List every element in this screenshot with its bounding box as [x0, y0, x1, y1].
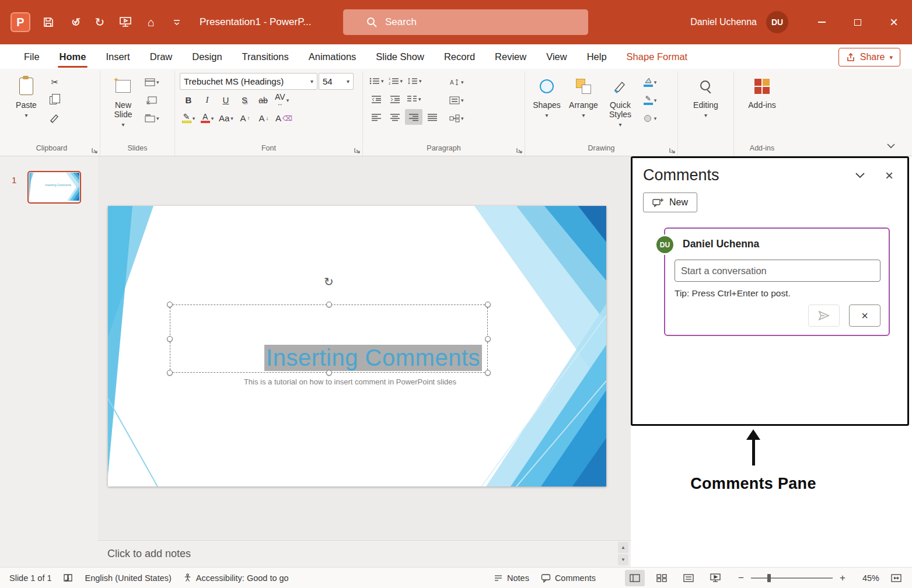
character-spacing-button[interactable]: AV↔ ▾ [273, 92, 291, 108]
resize-handle-n[interactable] [326, 302, 332, 307]
rotation-handle[interactable]: ↻ [324, 275, 334, 289]
share-dropdown-icon[interactable]: ▾ [889, 54, 893, 61]
shape-fill-button[interactable]: ▾ [641, 74, 659, 90]
powerpoint-logo-icon[interactable]: P [11, 12, 30, 32]
quick-styles-button[interactable]: Quick Styles ▾ [603, 73, 637, 134]
increase-indent-button[interactable] [386, 91, 404, 107]
tab-shape-format[interactable]: Shape Format [617, 44, 698, 69]
char-spacing-dropdown-icon[interactable]: ▾ [286, 97, 289, 103]
strikethrough-button[interactable]: ab [254, 92, 272, 108]
tab-review[interactable]: Review [485, 44, 536, 69]
arrange-button[interactable]: Arrange ▾ [565, 73, 602, 134]
home-button[interactable]: ⌂ [144, 15, 159, 30]
bullets-button[interactable]: ▾ [368, 73, 386, 89]
format-painter-button[interactable] [46, 110, 64, 126]
scroll-up-button[interactable]: ▲ [618, 542, 628, 553]
tab-draw[interactable]: Draw [140, 44, 183, 69]
tab-home[interactable]: Home [50, 44, 96, 69]
italic-button[interactable]: I [198, 92, 216, 108]
tab-record[interactable]: Record [434, 44, 485, 69]
paragraph-dialog-launcher[interactable] [516, 146, 523, 153]
slide-title-text[interactable]: Inserting Comments [264, 345, 482, 371]
zoom-out-button[interactable]: − [737, 572, 745, 584]
clear-formatting-button[interactable]: A⌫ [274, 110, 294, 126]
pane-collapse-chevron-icon[interactable] [855, 172, 865, 178]
decrease-font-button[interactable]: A↓ [255, 110, 272, 126]
minimize-button[interactable] [803, 0, 840, 44]
comments-toggle-button[interactable]: Comments [541, 573, 596, 583]
text-direction-button[interactable]: A ▾ [448, 74, 466, 90]
view-normal-button[interactable] [625, 570, 645, 586]
collapse-ribbon-button[interactable] [886, 141, 896, 151]
slide-thumbnail[interactable]: Inserting Comments [29, 173, 79, 202]
line-spacing-button[interactable]: ▾ [406, 73, 424, 89]
columns-dropdown-icon[interactable]: ▾ [418, 96, 421, 102]
text-shadow-button[interactable]: S [236, 92, 253, 108]
tab-transitions[interactable]: Transitions [232, 44, 299, 69]
language-button[interactable]: English (United States) [85, 573, 172, 583]
tab-help[interactable]: Help [577, 44, 617, 69]
slide-layout-button[interactable]: ▾ [143, 74, 161, 90]
align-left-button[interactable] [368, 109, 385, 125]
zoom-in-button[interactable]: + [838, 572, 847, 584]
align-text-dropdown-icon[interactable]: ▾ [461, 97, 464, 103]
font-color-dropdown-icon[interactable]: ▾ [211, 116, 214, 121]
reset-slide-button[interactable] [143, 92, 161, 108]
cut-button[interactable]: ✂ [46, 74, 64, 90]
clipboard-dialog-launcher[interactable] [91, 146, 98, 153]
notes-pane[interactable]: Click to add notes ▲ ▼ [98, 540, 631, 567]
slide[interactable]: ↻ Inserting Comments This is a tutorial … [108, 206, 606, 487]
view-slideshow-button[interactable] [705, 570, 725, 586]
slide-subtitle-text[interactable]: This is a tutorial on how to insert comm… [195, 377, 505, 386]
shapes-dropdown-icon[interactable]: ▾ [545, 111, 548, 120]
quick-access-customize-button[interactable] [169, 15, 184, 30]
save-button[interactable] [41, 15, 56, 30]
zoom-slider[interactable] [751, 573, 833, 583]
shape-fill-dropdown-icon[interactable]: ▾ [654, 79, 657, 85]
maximize-button[interactable] [840, 0, 876, 44]
resize-handle-e[interactable] [485, 336, 491, 342]
view-slide-sorter-button[interactable] [652, 570, 672, 586]
columns-button[interactable]: ▾ [405, 91, 423, 107]
accessibility-button[interactable]: Accessibility: Good to go [183, 573, 289, 583]
tab-slide-show[interactable]: Slide Show [366, 44, 434, 69]
redo-button[interactable]: ↻ [92, 15, 107, 30]
change-case-dropdown-icon[interactable]: ▾ [230, 116, 233, 121]
tab-file[interactable]: File [14, 44, 50, 69]
font-dialog-launcher[interactable] [354, 146, 361, 153]
shape-outline-button[interactable]: ✎ ▾ [641, 92, 659, 108]
align-center-button[interactable] [386, 109, 404, 125]
drawing-dialog-launcher[interactable] [669, 146, 676, 153]
shape-outline-dropdown-icon[interactable]: ▾ [654, 97, 657, 103]
text-highlight-button[interactable]: ✎ ▾ [180, 110, 197, 126]
copy-button[interactable]: ▾ [46, 92, 64, 108]
tab-insert[interactable]: Insert [96, 44, 139, 69]
shape-effects-dropdown-icon[interactable]: ▾ [654, 116, 657, 121]
resize-handle-w[interactable] [167, 336, 173, 342]
new-comment-button[interactable]: New [643, 192, 697, 212]
new-slide-button[interactable]: New Slide ▾ [105, 73, 141, 134]
undo-dropdown-icon[interactable]: ▾ [74, 19, 78, 26]
zoom-slider-thumb[interactable] [767, 574, 771, 582]
notes-placeholder[interactable]: Click to add notes [107, 548, 191, 560]
section-button[interactable]: ▾ [143, 110, 161, 126]
search-bar[interactable]: Search [343, 9, 588, 35]
change-case-button[interactable]: Aa ▾ [217, 110, 235, 126]
tab-design[interactable]: Design [182, 44, 232, 69]
numbering-button[interactable]: 12 ▾ [387, 73, 405, 89]
align-text-button[interactable]: ▾ [448, 92, 466, 108]
underline-button[interactable]: U [217, 92, 235, 108]
layout-dropdown-icon[interactable]: ▾ [156, 79, 159, 85]
resize-handle-ne[interactable] [485, 302, 491, 307]
numbering-dropdown-icon[interactable]: ▾ [400, 78, 403, 84]
paste-dropdown-icon[interactable]: ▾ [25, 111, 27, 120]
post-comment-button[interactable] [808, 304, 840, 327]
shapes-button[interactable]: Shapes ▾ [530, 73, 564, 134]
user-avatar[interactable]: DU [766, 11, 788, 33]
editing-button[interactable]: Editing ▾ [688, 73, 724, 134]
zoom-level[interactable]: 45% [854, 573, 879, 583]
section-dropdown-icon[interactable]: ▾ [156, 116, 159, 121]
quick-styles-dropdown-icon[interactable]: ▾ [619, 120, 621, 130]
addins-button[interactable]: Add-ins [744, 73, 780, 134]
line-spacing-dropdown-icon[interactable]: ▾ [419, 78, 422, 84]
